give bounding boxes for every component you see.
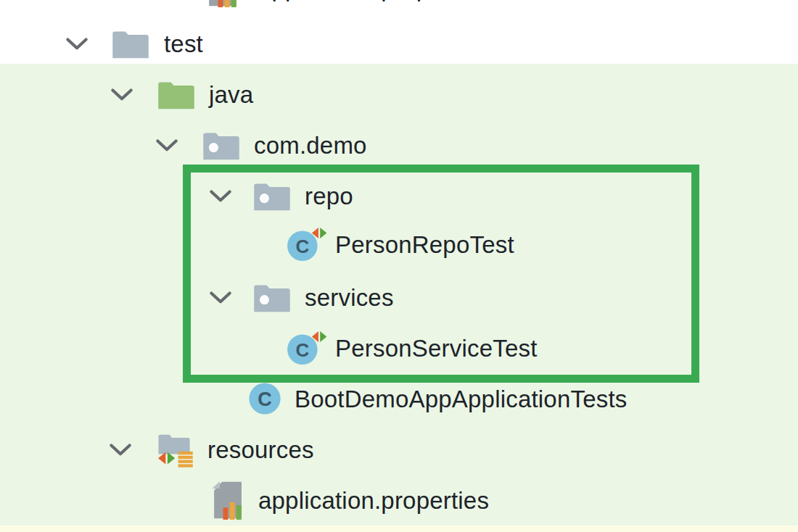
tree-row[interactable]: java — [0, 69, 798, 120]
tree-item-label[interactable]: repo — [305, 184, 353, 208]
tree-row[interactable]: C BootDemoAppApplicationTests — [0, 373, 798, 424]
chevron-down-icon[interactable] — [209, 291, 232, 304]
test-resources-folder-icon[interactable] — [154, 431, 196, 468]
test-root-folder-icon[interactable] — [157, 78, 196, 111]
folder-icon[interactable] — [111, 28, 150, 60]
tree-row[interactable]: com.demo — [0, 120, 798, 170]
package-icon[interactable] — [252, 180, 292, 212]
tree-row[interactable]: application.properties — [0, 0, 798, 13]
tree-item-label[interactable]: test — [164, 32, 203, 56]
tree-row[interactable]: repo — [0, 170, 798, 221]
tree-row[interactable]: resources — [0, 424, 798, 475]
tree-item-label[interactable]: BootDemoAppApplicationTests — [295, 387, 628, 411]
svg-text:C: C — [258, 388, 272, 410]
project-tree-panel: application.properties test java — [0, 0, 798, 532]
svg-text:C: C — [295, 236, 309, 257]
test-class-icon[interactable]: C — [286, 226, 328, 262]
chevron-down-icon[interactable] — [155, 138, 178, 152]
tree-item-label[interactable]: services — [305, 286, 394, 309]
chevron-down-icon[interactable] — [110, 88, 133, 101]
tree-item-label[interactable]: PersonServiceTest — [335, 336, 538, 360]
class-icon[interactable]: C — [247, 381, 283, 417]
package-icon[interactable] — [252, 281, 292, 314]
tree-row[interactable]: C PersonServiceTest — [0, 323, 798, 373]
next-row-strip — [0, 525, 798, 532]
chevron-down-icon[interactable] — [109, 443, 132, 457]
test-class-icon[interactable]: C — [286, 330, 328, 366]
tree-item-label[interactable]: java — [209, 83, 253, 107]
tree-item-label[interactable]: com.demo — [254, 133, 367, 157]
svg-text:C: C — [295, 339, 309, 361]
properties-file-icon[interactable] — [210, 481, 244, 520]
chevron-down-icon[interactable] — [209, 189, 232, 203]
chevron-down-icon[interactable] — [65, 37, 89, 51]
tree-row[interactable]: services — [0, 272, 798, 323]
tree-row[interactable]: application.properties — [0, 475, 798, 525]
tree-row[interactable]: test — [0, 18, 798, 69]
tree-item-label[interactable]: PersonRepoTest — [335, 233, 514, 257]
tree-item-label[interactable]: resources — [207, 438, 314, 462]
tree-item-label[interactable]: application.properties — [258, 489, 489, 512]
tree-row[interactable]: C PersonRepoTest — [0, 219, 798, 270]
package-icon[interactable] — [202, 129, 241, 162]
properties-file-icon[interactable] — [205, 0, 239, 8]
